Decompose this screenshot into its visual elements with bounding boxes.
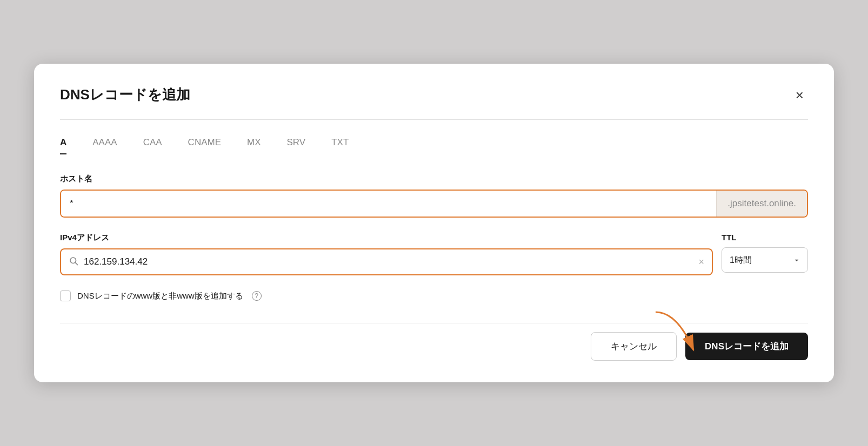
search-icon <box>69 256 78 268</box>
ttl-select[interactable]: 自動 1分 2分 5分 10分 15分 30分 1時間 2時間 5時間 12時間… <box>722 247 808 273</box>
hostname-suffix: .jpsitetest.online. <box>716 191 807 217</box>
hostname-input[interactable] <box>61 191 716 217</box>
tab-CNAME[interactable]: CNAME <box>188 137 221 154</box>
tab-SRV[interactable]: SRV <box>287 137 306 154</box>
ttl-wrapper: TTL 自動 1分 2分 5分 10分 15分 30分 1時間 2時間 5時間 … <box>722 233 808 273</box>
ipv4-input[interactable] <box>84 256 693 267</box>
header-divider <box>60 119 808 120</box>
dialog: DNSレコードを追加 × A AAAA CAA CNAME MX SRV TXT… <box>34 64 834 382</box>
hostname-label: ホスト名 <box>60 174 808 184</box>
tabs-container: A AAAA CAA CNAME MX SRV TXT <box>60 137 808 154</box>
tab-CAA[interactable]: CAA <box>143 137 162 154</box>
hostname-input-row: .jpsitetest.online. <box>60 190 808 218</box>
dialog-footer: キャンセル DNSレコードを追加 <box>60 323 808 361</box>
www-checkbox[interactable] <box>60 290 71 301</box>
ipv4-input-box: × <box>60 248 713 275</box>
dialog-header: DNSレコードを追加 × <box>60 85 808 104</box>
clear-icon[interactable]: × <box>698 256 704 268</box>
ttl-label: TTL <box>722 233 808 242</box>
tab-TXT[interactable]: TXT <box>331 137 349 154</box>
checkbox-row: DNSレコードのwww版と非www版を追加する ? <box>60 290 808 301</box>
help-icon[interactable]: ? <box>252 291 262 301</box>
close-button[interactable]: × <box>791 86 808 104</box>
ipv4-wrapper: IPv4アドレス × <box>60 233 713 275</box>
ipv4-label: IPv4アドレス <box>60 233 713 243</box>
tab-MX[interactable]: MX <box>247 137 261 154</box>
dialog-title: DNSレコードを追加 <box>60 85 190 104</box>
ipv4-ttl-section: IPv4アドレス × TTL 自動 1分 2分 5分 10分 1 <box>60 233 808 275</box>
svg-line-1 <box>75 262 77 265</box>
checkbox-label: DNSレコードのwww版と非www版を追加する <box>77 291 243 301</box>
hostname-section: ホスト名 .jpsitetest.online. <box>60 174 808 218</box>
tab-A[interactable]: A <box>60 137 66 154</box>
tab-AAAA[interactable]: AAAA <box>92 137 117 154</box>
cancel-button[interactable]: キャンセル <box>591 332 677 361</box>
add-dns-record-button[interactable]: DNSレコードを追加 <box>685 333 808 360</box>
